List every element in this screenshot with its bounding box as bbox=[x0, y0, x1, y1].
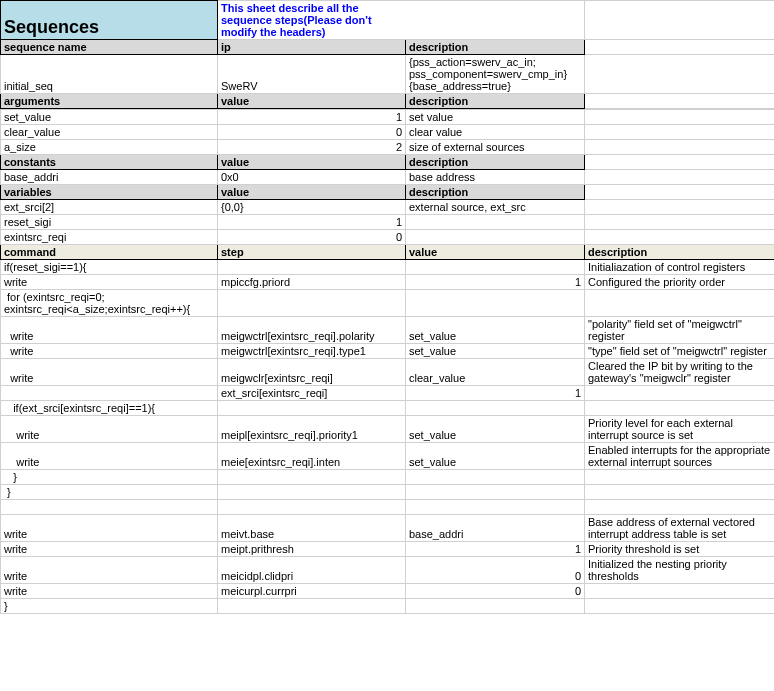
data-cell[interactable] bbox=[585, 584, 775, 599]
data-cell[interactable]: Configured the priority order bbox=[585, 275, 775, 290]
data-cell[interactable]: 0 bbox=[218, 230, 406, 245]
data-cell[interactable] bbox=[585, 200, 775, 215]
data-cell[interactable] bbox=[406, 215, 585, 230]
data-cell[interactable]: write bbox=[1, 416, 218, 443]
data-cell[interactable]: set_value bbox=[406, 344, 585, 359]
data-cell[interactable]: external source, ext_src bbox=[406, 200, 585, 215]
data-cell[interactable]: 1 bbox=[406, 542, 585, 557]
data-cell[interactable] bbox=[585, 155, 775, 170]
data-cell[interactable]: Initialized the nesting priority thresho… bbox=[585, 557, 775, 584]
data-cell[interactable] bbox=[585, 500, 775, 515]
data-cell[interactable]: clear value bbox=[406, 125, 585, 140]
data-cell[interactable] bbox=[406, 230, 585, 245]
data-cell[interactable]: Base address of external vectored interr… bbox=[585, 515, 775, 542]
data-cell[interactable]: if(ext_srci[exintsrc_reqi]==1){ bbox=[1, 401, 218, 416]
data-cell[interactable] bbox=[585, 140, 775, 155]
data-cell[interactable]: 1 bbox=[406, 275, 585, 290]
data-cell[interactable]: 0 bbox=[406, 584, 585, 599]
data-cell[interactable]: } bbox=[1, 470, 218, 485]
data-cell[interactable]: "type" field set of "meigwctrl" register bbox=[585, 344, 775, 359]
data-cell[interactable]: 0x0 bbox=[218, 170, 406, 185]
data-cell[interactable] bbox=[585, 470, 775, 485]
data-cell[interactable]: Initialiazation of control registers bbox=[585, 260, 775, 275]
data-cell[interactable]: exintsrc_reqi bbox=[1, 230, 218, 245]
data-cell[interactable]: 0 bbox=[218, 125, 406, 140]
data-cell[interactable]: } bbox=[1, 599, 218, 614]
data-cell[interactable] bbox=[585, 110, 775, 125]
data-cell[interactable]: write bbox=[1, 584, 218, 599]
data-cell[interactable]: write bbox=[1, 275, 218, 290]
data-cell[interactable]: meivt.base bbox=[218, 515, 406, 542]
data-cell[interactable] bbox=[1, 500, 218, 515]
data-cell[interactable]: meigwctrl[exintsrc_reqi].polarity bbox=[218, 317, 406, 344]
data-cell[interactable] bbox=[585, 290, 775, 317]
seq-name[interactable]: initial_seq bbox=[1, 55, 218, 94]
data-cell[interactable]: ext_srci[2] bbox=[1, 200, 218, 215]
data-cell[interactable] bbox=[218, 401, 406, 416]
data-cell[interactable]: if(reset_sigi==1){ bbox=[1, 260, 218, 275]
data-cell[interactable]: set value bbox=[406, 110, 585, 125]
data-cell[interactable]: write bbox=[1, 515, 218, 542]
data-cell[interactable] bbox=[406, 599, 585, 614]
data-cell[interactable]: meie[exintsrc_reqi].inten bbox=[218, 443, 406, 470]
data-cell[interactable]: meigwctrl[exintsrc_reqi].type1 bbox=[218, 344, 406, 359]
data-cell[interactable] bbox=[585, 401, 775, 416]
data-cell[interactable]: base_addri bbox=[1, 170, 218, 185]
data-cell[interactable]: 2 bbox=[218, 140, 406, 155]
data-cell[interactable] bbox=[406, 485, 585, 500]
data-cell[interactable]: meigwclr[exintsrc_reqi] bbox=[218, 359, 406, 386]
data-cell[interactable] bbox=[585, 485, 775, 500]
data-cell[interactable] bbox=[218, 470, 406, 485]
data-cell[interactable]: set_value bbox=[1, 110, 218, 125]
data-cell[interactable] bbox=[585, 230, 775, 245]
data-cell[interactable]: base_addri bbox=[406, 515, 585, 542]
data-cell[interactable] bbox=[406, 401, 585, 416]
data-cell[interactable]: 1 bbox=[218, 215, 406, 230]
data-cell[interactable]: Priority level for each external interru… bbox=[585, 416, 775, 443]
data-cell[interactable]: Cleared the IP bit by writing to the gat… bbox=[585, 359, 775, 386]
data-cell[interactable] bbox=[1, 386, 218, 401]
data-cell[interactable]: write bbox=[1, 317, 218, 344]
data-cell[interactable] bbox=[218, 260, 406, 275]
data-cell[interactable]: 1 bbox=[218, 110, 406, 125]
data-cell[interactable]: mpiccfg.priord bbox=[218, 275, 406, 290]
data-cell[interactable]: set_value bbox=[406, 443, 585, 470]
data-cell[interactable]: clear_value bbox=[1, 125, 218, 140]
seq-desc[interactable]: {pss_action=swerv_ac_in; pss_component=s… bbox=[406, 55, 585, 94]
data-cell[interactable]: meipt.prithresh bbox=[218, 542, 406, 557]
data-cell[interactable]: base address bbox=[406, 170, 585, 185]
data-cell[interactable] bbox=[218, 500, 406, 515]
data-cell[interactable]: set_value bbox=[406, 317, 585, 344]
data-cell[interactable]: write bbox=[1, 542, 218, 557]
data-cell[interactable] bbox=[585, 599, 775, 614]
data-cell[interactable]: Enabled interrupts for the appropriate e… bbox=[585, 443, 775, 470]
data-cell[interactable]: Priority threshold is set bbox=[585, 542, 775, 557]
data-cell[interactable] bbox=[218, 485, 406, 500]
data-cell[interactable]: ext_srci[exintsrc_reqi] bbox=[218, 386, 406, 401]
data-cell[interactable]: write bbox=[1, 344, 218, 359]
data-cell[interactable]: meicurpl.currpri bbox=[218, 584, 406, 599]
data-cell[interactable] bbox=[585, 185, 775, 200]
data-cell[interactable]: clear_value bbox=[406, 359, 585, 386]
data-cell[interactable]: set_value bbox=[406, 416, 585, 443]
data-cell[interactable]: meicidpl.clidpri bbox=[218, 557, 406, 584]
data-cell[interactable]: "polarity" field set of "meigwctrl" regi… bbox=[585, 317, 775, 344]
data-cell[interactable]: write bbox=[1, 443, 218, 470]
data-cell[interactable]: 1 bbox=[406, 386, 585, 401]
data-cell[interactable]: size of external sources bbox=[406, 140, 585, 155]
seq-ip[interactable]: SweRV bbox=[218, 55, 406, 94]
data-cell[interactable] bbox=[406, 470, 585, 485]
data-cell[interactable]: 0 bbox=[406, 557, 585, 584]
data-cell[interactable]: write bbox=[1, 359, 218, 386]
data-cell[interactable] bbox=[406, 500, 585, 515]
data-cell[interactable]: } bbox=[1, 485, 218, 500]
data-cell[interactable] bbox=[585, 170, 775, 185]
data-cell[interactable] bbox=[585, 215, 775, 230]
data-cell[interactable]: reset_sigi bbox=[1, 215, 218, 230]
data-cell[interactable] bbox=[218, 290, 406, 317]
data-cell[interactable] bbox=[218, 599, 406, 614]
data-cell[interactable] bbox=[406, 290, 585, 317]
data-cell[interactable]: meipl[exintsrc_reqi].priority1 bbox=[218, 416, 406, 443]
data-cell[interactable]: a_size bbox=[1, 140, 218, 155]
data-cell[interactable] bbox=[585, 125, 775, 140]
